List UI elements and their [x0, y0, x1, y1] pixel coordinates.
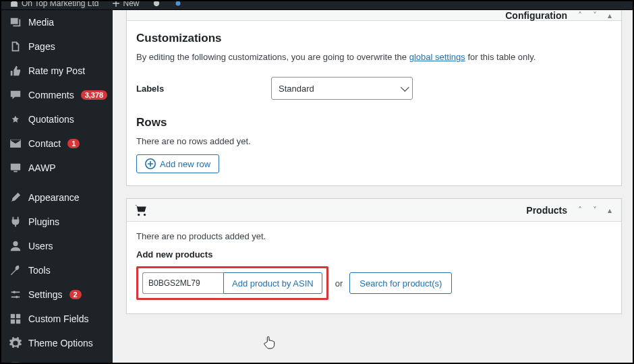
cart-icon: [134, 203, 148, 218]
main-content: Configuration ˄ ˅ ▴ Customizations By ed…: [113, 10, 633, 363]
brush-icon: [9, 191, 22, 204]
highlight-annotation: Add product by ASIN: [136, 266, 328, 300]
triangle-up-icon[interactable]: ▴: [605, 206, 614, 215]
global-settings-link[interactable]: global settings: [409, 52, 465, 62]
media-icon: [9, 16, 22, 28]
plus-circle-icon: [145, 158, 156, 169]
panel-header: Products ˄ ˅ ▴: [127, 199, 621, 222]
customizations-help-text: By editing the following customizations,…: [136, 52, 612, 62]
svg-rect-8: [11, 314, 15, 318]
customizations-heading: Customizations: [136, 32, 612, 45]
admin-toolbar: On Top Marketing Ltd New: [1, 1, 633, 10]
toolbar-new-label: New: [123, 1, 140, 8]
wrench-icon: [9, 264, 22, 276]
pages-icon: [9, 40, 22, 53]
sidebar-item-label: Quotations: [28, 114, 74, 125]
pin-icon: [9, 113, 22, 125]
svg-point-6: [13, 291, 16, 294]
sliders-icon: [9, 289, 22, 301]
labels-select[interactable]: Standard: [271, 77, 413, 100]
sidebar-item-label: Theme Options: [28, 338, 93, 348]
sidebar-item-theme-options[interactable]: Theme Options: [1, 331, 113, 355]
svg-point-5: [13, 241, 18, 246]
triangle-up-icon[interactable]: ▴: [605, 11, 614, 20]
sidebar-item-label: Tools: [28, 265, 51, 276]
add-products-heading: Add new products: [136, 249, 612, 260]
rows-empty-text: There are no rows added yet.: [136, 136, 612, 146]
comments-badge: 3,378: [81, 90, 108, 100]
svg-rect-10: [11, 320, 15, 324]
sidebar-item-label: Pages: [28, 41, 55, 52]
sidebar-item-label: Plugins: [28, 216, 59, 227]
svg-rect-4: [13, 171, 17, 173]
mail-icon: [9, 138, 22, 150]
grid-icon: [9, 313, 22, 325]
sidebar-item-label: Media: [28, 17, 54, 28]
svg-point-14: [144, 213, 146, 215]
svg-point-0: [153, 1, 158, 6]
chevron-down-icon[interactable]: ˅: [590, 206, 600, 215]
sidebar-item-aawp[interactable]: AAWP: [1, 156, 113, 180]
sidebar-item-label: Custom Fields: [28, 313, 88, 324]
toolbar-site-name: On Top Marketing Ltd: [22, 1, 99, 8]
sidebar-item-settings[interactable]: Settings 2: [1, 282, 113, 307]
toolbar-extra-icon-2[interactable]: [173, 1, 183, 8]
panel-title: Products: [526, 205, 567, 216]
yoast-icon: [9, 361, 22, 363]
svg-point-1: [175, 1, 180, 6]
admin-sidebar: Media Pages Rate my Post Comments 3,378 …: [1, 10, 113, 363]
panel-header: Configuration ˄ ˅ ▴: [127, 10, 621, 21]
sidebar-item-custom-fields[interactable]: Custom Fields: [1, 307, 113, 331]
sidebar-item-media[interactable]: Media: [1, 10, 113, 34]
toolbar-new-link[interactable]: New: [111, 1, 140, 8]
chevron-up-icon[interactable]: ˄: [575, 11, 585, 20]
sidebar-item-pages[interactable]: Pages: [1, 34, 113, 59]
chevron-down-icon[interactable]: ˅: [590, 11, 600, 20]
labels-field-label: Labels: [136, 84, 244, 94]
user-icon: [9, 240, 22, 252]
products-empty-text: There are no products added yet.: [136, 231, 612, 241]
sidebar-item-label: Appearance: [28, 192, 80, 203]
comment-icon: [9, 89, 22, 101]
products-panel: Products ˄ ˅ ▴ There are no products add…: [126, 198, 622, 314]
add-new-row-button[interactable]: Add new row: [136, 154, 219, 173]
sidebar-item-comments[interactable]: Comments 3,378: [1, 83, 113, 107]
add-row-label: Add new row: [160, 159, 210, 169]
sidebar-item-appearance[interactable]: Appearance: [1, 185, 113, 210]
plug-icon: [9, 216, 22, 228]
svg-rect-3: [11, 164, 20, 171]
sidebar-item-label: AAWP: [28, 162, 56, 173]
panel-title: Configuration: [505, 10, 567, 21]
contact-badge: 1: [67, 139, 80, 148]
sidebar-item-label: Settings: [28, 289, 63, 300]
sidebar-item-yoast-seo[interactable]: Yoast SEO: [1, 355, 113, 363]
sidebar-item-label: Comments: [28, 90, 74, 100]
search-for-products-button[interactable]: Search for product(s): [349, 272, 452, 294]
toolbar-site-link[interactable]: On Top Marketing Ltd: [9, 1, 99, 8]
svg-rect-9: [16, 314, 20, 318]
sidebar-item-contact[interactable]: Contact 1: [1, 131, 113, 156]
or-separator: or: [335, 278, 343, 289]
chevron-up-icon[interactable]: ˄: [575, 206, 585, 215]
rows-heading: Rows: [136, 116, 612, 129]
thumbs-up-icon: [9, 65, 22, 77]
sidebar-item-label: Contact: [28, 138, 61, 149]
toolbar-extra-icon[interactable]: [152, 1, 161, 8]
asin-input[interactable]: [142, 272, 223, 294]
sidebar-item-label: Yoast SEO: [28, 362, 74, 363]
sidebar-item-tools[interactable]: Tools: [1, 258, 113, 282]
svg-point-13: [138, 213, 140, 215]
configuration-panel: Configuration ˄ ˅ ▴ Customizations By ed…: [126, 10, 622, 186]
screen-icon: [9, 162, 22, 174]
sidebar-item-label: Users: [28, 241, 53, 251]
sidebar-item-plugins[interactable]: Plugins: [1, 210, 113, 234]
add-product-by-asin-button[interactable]: Add product by ASIN: [223, 272, 322, 294]
svg-point-7: [16, 296, 18, 299]
sidebar-item-rate-my-post[interactable]: Rate my Post: [1, 59, 113, 83]
svg-rect-11: [16, 320, 20, 324]
settings-badge: 2: [69, 290, 82, 299]
gear-icon: [9, 337, 22, 349]
sidebar-item-users[interactable]: Users: [1, 234, 113, 258]
sidebar-item-label: Rate my Post: [28, 65, 85, 76]
sidebar-item-quotations[interactable]: Quotations: [1, 107, 113, 131]
